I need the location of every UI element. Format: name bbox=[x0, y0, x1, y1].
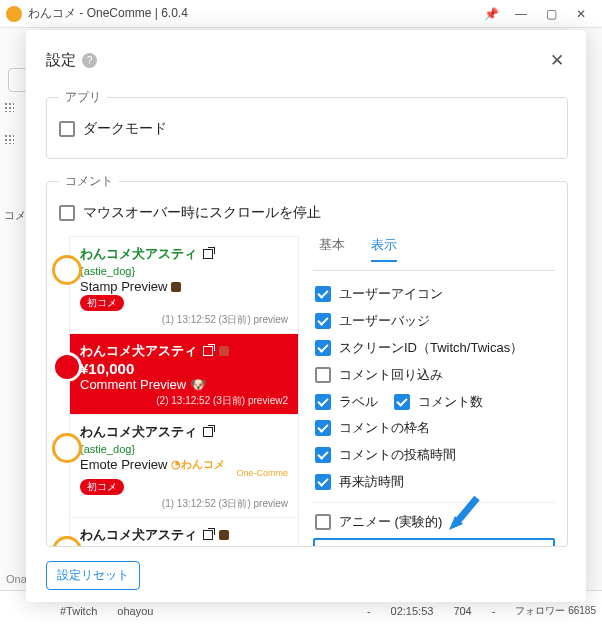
avatar-icon bbox=[52, 536, 82, 547]
preview-handle: {astie_dog} bbox=[80, 443, 288, 455]
preview-meta: (1) 13:12:52 (3日前) preview bbox=[80, 497, 288, 511]
minimize-icon[interactable]: — bbox=[506, 7, 536, 21]
preview-meta: (2) 13:12:52 (3日前) preview2 bbox=[80, 394, 288, 408]
maximize-icon[interactable]: ▢ bbox=[536, 7, 566, 21]
preview-card: わんコメ犬アスティ {astie_dog} Emote Preview ◔わんコ… bbox=[70, 414, 298, 517]
close-window-icon[interactable]: ✕ bbox=[566, 7, 596, 21]
opt-revisit-label: 再来訪時間 bbox=[339, 474, 404, 491]
app-icon bbox=[6, 6, 22, 22]
avatar-icon bbox=[52, 352, 82, 382]
preview-username: わんコメ犬アスティ bbox=[80, 423, 197, 441]
pause-scroll-label: マウスオーバー時にスクロールを停止 bbox=[83, 204, 321, 222]
opt-revisit-checkbox[interactable] bbox=[315, 474, 331, 490]
opt-screen-id-checkbox[interactable] bbox=[315, 340, 331, 356]
highlighted-option: コメント順を反転する(実験的) bbox=[313, 538, 555, 547]
onecomme-logo-icon: ◔わんコメ bbox=[171, 457, 225, 472]
opt-user-icon-label: ユーザーアイコン bbox=[339, 286, 443, 303]
back-button[interactable] bbox=[8, 68, 28, 92]
badge-icon bbox=[219, 530, 229, 540]
window-title: わんコメ - OneComme | 6.0.4 bbox=[28, 5, 188, 22]
external-icon bbox=[203, 249, 213, 259]
opt-anime-label: アニメー (実験的) bbox=[339, 514, 442, 531]
status-time: 02:15:53 bbox=[391, 605, 434, 617]
preview-line: Comment Preview bbox=[80, 377, 186, 392]
modal-title: 設定 bbox=[46, 51, 76, 70]
dark-mode-checkbox[interactable] bbox=[59, 121, 75, 137]
section-app-legend: アプリ bbox=[59, 89, 107, 106]
section-comment: コメント マウスオーバー時にスクロールを停止 わんコメ犬アスティ {astie_… bbox=[46, 173, 568, 547]
reset-button[interactable]: 設定リセット bbox=[46, 561, 140, 590]
opt-user-badge-checkbox[interactable] bbox=[315, 313, 331, 329]
opt-post-time-label: コメントの投稿時間 bbox=[339, 447, 456, 464]
preview-card: わんコメ犬アスティ {astie_dog} Stamp Preview 初コメ … bbox=[70, 236, 298, 333]
titlebar: わんコメ - OneComme | 6.0.4 📌 — ▢ ✕ bbox=[0, 0, 602, 28]
status-followers: フォロワー 66185 bbox=[515, 604, 596, 618]
avatar-icon bbox=[52, 255, 82, 285]
status-prefix: Ona bbox=[6, 573, 27, 585]
section-comment-legend: コメント bbox=[59, 173, 119, 190]
opt-user-badge-label: ユーザーバッジ bbox=[339, 313, 430, 330]
status-hash: #Twitch bbox=[60, 605, 97, 617]
preview-card-superchat: わんコメ犬アスティ ¥10,000 Comment Preview 🐶 (2) … bbox=[70, 333, 298, 414]
dark-mode-label: ダークモード bbox=[83, 120, 167, 138]
drag-handle-icon[interactable] bbox=[4, 134, 14, 144]
preview-line: Stamp Preview bbox=[80, 279, 167, 294]
preview-username: わんコメ犬アスティ bbox=[80, 245, 197, 263]
pin-icon[interactable]: 📌 bbox=[476, 7, 506, 21]
opt-count-label: コメント数 bbox=[418, 394, 483, 411]
pause-scroll-checkbox[interactable] bbox=[59, 205, 75, 221]
tab-basic[interactable]: 基本 bbox=[319, 236, 345, 262]
status-dash: - bbox=[367, 605, 371, 617]
opt-label-label: ラベル bbox=[339, 394, 378, 411]
avatar-icon bbox=[52, 433, 82, 463]
stamp-icon bbox=[171, 282, 181, 292]
help-icon[interactable]: ? bbox=[82, 53, 97, 68]
opt-wrap-label: コメント回り込み bbox=[339, 367, 443, 384]
preview-username: わんコメ犬アスティ bbox=[80, 342, 197, 360]
tab-display[interactable]: 表示 bbox=[371, 236, 397, 262]
badge-first: 初コメ bbox=[80, 479, 124, 495]
preview-handle: {astie_dog} bbox=[80, 265, 288, 277]
preview-line: Emote Preview bbox=[80, 457, 167, 472]
opt-user-icon-checkbox[interactable] bbox=[315, 286, 331, 302]
display-options: 基本 表示 ユーザーアイコン ユーザーバッジ スクリーンID（Twitch/Tw… bbox=[313, 236, 555, 547]
dog-icon: 🐶 bbox=[190, 377, 206, 392]
opt-frame-name-label: コメントの枠名 bbox=[339, 420, 430, 437]
settings-modal: 設定 ? ✕ アプリ ダークモード コメント マウスオーバー時にスクロールを停止… bbox=[26, 30, 586, 602]
comment-preview: わんコメ犬アスティ {astie_dog} Stamp Preview 初コメ … bbox=[59, 236, 299, 547]
section-app: アプリ ダークモード bbox=[46, 89, 568, 159]
side-label: コメ bbox=[4, 208, 26, 223]
badge-cp: CP 10 bbox=[80, 546, 122, 547]
opt-label-checkbox[interactable] bbox=[315, 394, 331, 410]
opt-anime-checkbox[interactable] bbox=[315, 514, 331, 530]
badge-first: 初コメ bbox=[80, 295, 124, 311]
external-icon bbox=[203, 346, 213, 356]
opt-screen-id-label: スクリーンID（Twitch/Twicas） bbox=[339, 340, 523, 357]
opt-frame-name-checkbox[interactable] bbox=[315, 420, 331, 436]
external-icon bbox=[203, 427, 213, 437]
preview-amount: ¥10,000 bbox=[80, 360, 288, 377]
status-count: 704 bbox=[453, 605, 471, 617]
opt-count-checkbox[interactable] bbox=[394, 394, 410, 410]
status-text: ohayou bbox=[117, 605, 153, 617]
drag-handle-icon[interactable] bbox=[4, 102, 14, 112]
opt-post-time-checkbox[interactable] bbox=[315, 447, 331, 463]
preview-username: わんコメ犬アスティ bbox=[80, 526, 197, 544]
close-icon[interactable]: ✕ bbox=[546, 46, 568, 75]
preview-card: わんコメ犬アスティ CP 10 Channep Point (1) 13:12:… bbox=[70, 517, 298, 547]
preview-meta: (1) 13:12:52 (3日前) preview bbox=[80, 313, 288, 327]
annotation-arrow-icon bbox=[445, 494, 485, 534]
badge-icon bbox=[219, 346, 229, 356]
external-icon bbox=[203, 530, 213, 540]
opt-wrap-checkbox[interactable] bbox=[315, 367, 331, 383]
status-dash: - bbox=[492, 605, 496, 617]
